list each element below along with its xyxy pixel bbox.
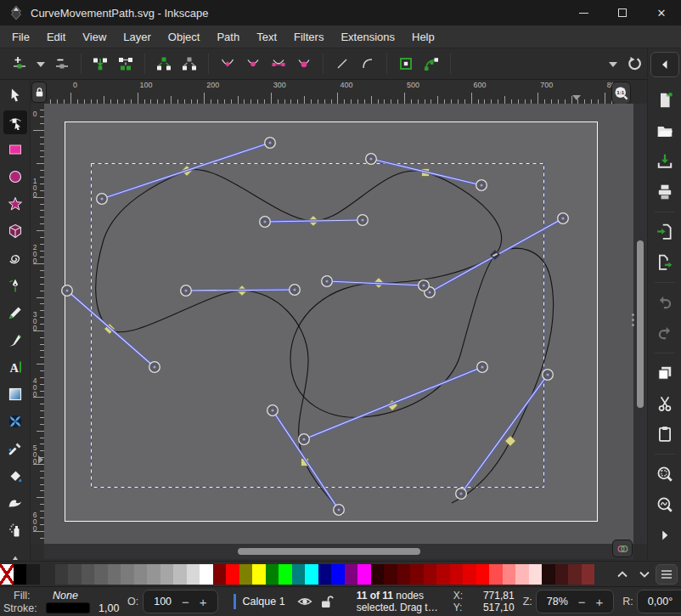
- control-handle[interactable]: [290, 285, 301, 296]
- control-handle[interactable]: [260, 217, 271, 228]
- insert-node-button[interactable]: [7, 51, 32, 76]
- color-swatch[interactable]: [582, 564, 595, 585]
- color-swatch[interactable]: [489, 564, 503, 585]
- node-tool-button[interactable]: [3, 110, 27, 134]
- segment-line-button[interactable]: [329, 51, 355, 76]
- color-swatch[interactable]: [410, 564, 424, 585]
- control-handle[interactable]: [299, 434, 310, 445]
- control-handle[interactable]: [476, 180, 487, 191]
- color-swatch[interactable]: [463, 564, 476, 585]
- color-swatch[interactable]: [160, 564, 174, 585]
- zoom-1to1-button[interactable]: 1:1: [611, 82, 631, 105]
- color-swatch[interactable]: [555, 564, 569, 585]
- stroke-color-swatch[interactable]: [46, 602, 90, 613]
- control-handle[interactable]: [267, 405, 279, 416]
- stroke-to-path-button[interactable]: [419, 51, 444, 76]
- color-swatch[interactable]: [371, 564, 385, 585]
- print-document-button[interactable]: [654, 181, 676, 203]
- star-tool-button[interactable]: [3, 192, 27, 216]
- layer-name[interactable]: Calque 1: [243, 596, 285, 608]
- color-swatch[interactable]: [68, 564, 82, 585]
- color-swatch[interactable]: [450, 564, 464, 585]
- zoom-drawing-button[interactable]: [654, 494, 676, 516]
- join-nodes-with-segment-button[interactable]: [113, 51, 138, 76]
- panel-resize-grip[interactable]: [632, 311, 635, 329]
- control-handle[interactable]: [62, 285, 73, 297]
- color-swatch[interactable]: [173, 564, 187, 585]
- paint-bucket-tool-button[interactable]: [3, 464, 27, 488]
- collapse-snap-bar-button[interactable]: [650, 52, 679, 77]
- color-swatch[interactable]: [529, 564, 543, 585]
- menu-filters[interactable]: Filters: [285, 25, 332, 48]
- segment-curve-button[interactable]: [355, 51, 380, 76]
- vertical-scrollbar-thumb[interactable]: [637, 240, 644, 408]
- gradient-tool-button[interactable]: [3, 382, 27, 406]
- spray-tool-button[interactable]: [3, 518, 27, 542]
- node-corner-button[interactable]: [215, 51, 240, 76]
- palette-menu-button[interactable]: [656, 564, 678, 585]
- menu-extensions[interactable]: Extensions: [332, 25, 403, 48]
- zoom-increase-button[interactable]: +: [591, 595, 609, 609]
- color-swatch[interactable]: [239, 564, 253, 585]
- color-swatch[interactable]: [279, 564, 292, 585]
- opacity-spinbox[interactable]: 100 − +: [143, 590, 217, 613]
- color-swatch[interactable]: [345, 564, 358, 585]
- control-handle[interactable]: [357, 215, 369, 226]
- control-handle[interactable]: [181, 285, 192, 297]
- cut-button[interactable]: [654, 393, 676, 415]
- lock-rulers-icon[interactable]: [31, 82, 47, 103]
- node-smooth-button[interactable]: [240, 51, 266, 76]
- swatch-none[interactable]: [0, 564, 14, 585]
- color-swatch[interactable]: [476, 564, 490, 585]
- new-document-button[interactable]: [654, 89, 676, 111]
- menu-object[interactable]: Object: [160, 25, 209, 48]
- zoom-spinbox[interactable]: 78% − +: [536, 590, 615, 613]
- menu-file[interactable]: File: [3, 25, 38, 48]
- color-swatch[interactable]: [14, 564, 27, 585]
- control-handle[interactable]: [149, 362, 160, 373]
- calligraphy-tool-button[interactable]: [3, 328, 27, 352]
- menu-view[interactable]: View: [74, 25, 115, 48]
- color-swatch[interactable]: [436, 564, 450, 585]
- rotation-decrease-button[interactable]: −: [678, 595, 681, 609]
- text-tool-button[interactable]: A: [3, 355, 27, 379]
- node-symmetric-button[interactable]: [266, 51, 291, 76]
- menu-edit[interactable]: Edit: [38, 25, 74, 48]
- color-swatch[interactable]: [121, 564, 134, 585]
- color-swatch[interactable]: [134, 564, 148, 585]
- vertical-scrollbar[interactable]: [633, 104, 647, 544]
- mesh-tool-button[interactable]: [3, 410, 27, 433]
- color-swatch[interactable]: [94, 564, 108, 585]
- control-handle[interactable]: [456, 489, 467, 500]
- layer-visibility-eye-icon[interactable]: [294, 591, 316, 613]
- menu-help[interactable]: Help: [403, 25, 443, 48]
- rotation-spinbox[interactable]: 0,00° − +: [637, 590, 681, 613]
- color-swatch[interactable]: [357, 564, 371, 585]
- color-swatch[interactable]: [147, 564, 160, 585]
- pencil-tool-button[interactable]: [3, 301, 27, 325]
- color-swatch[interactable]: [226, 564, 239, 585]
- color-swatch[interactable]: [515, 564, 529, 585]
- tweak-tool-button[interactable]: [3, 491, 27, 515]
- join-nodes-button[interactable]: [87, 51, 113, 76]
- color-swatch[interactable]: [384, 564, 397, 585]
- control-handle[interactable]: [543, 370, 554, 381]
- spiral-tool-button[interactable]: [3, 246, 27, 270]
- selector-tool-button[interactable]: [3, 83, 27, 107]
- break-nodes-button[interactable]: [151, 51, 177, 76]
- control-handle[interactable]: [558, 213, 569, 224]
- color-swatch[interactable]: [213, 564, 227, 585]
- color-swatch[interactable]: [318, 564, 332, 585]
- palette-scroll-down-button[interactable]: [633, 563, 656, 585]
- object-to-path-button[interactable]: [393, 51, 419, 76]
- color-swatch[interactable]: [292, 564, 306, 585]
- color-swatch[interactable]: [266, 564, 279, 585]
- undo-button[interactable]: [654, 291, 676, 314]
- control-handle[interactable]: [419, 280, 430, 291]
- import-document-button[interactable]: [654, 221, 676, 243]
- menu-text[interactable]: Text: [248, 25, 285, 48]
- color-swatch[interactable]: [108, 564, 121, 585]
- redo-button[interactable]: [654, 322, 676, 344]
- menu-layer[interactable]: Layer: [115, 25, 160, 48]
- control-handle[interactable]: [334, 505, 345, 516]
